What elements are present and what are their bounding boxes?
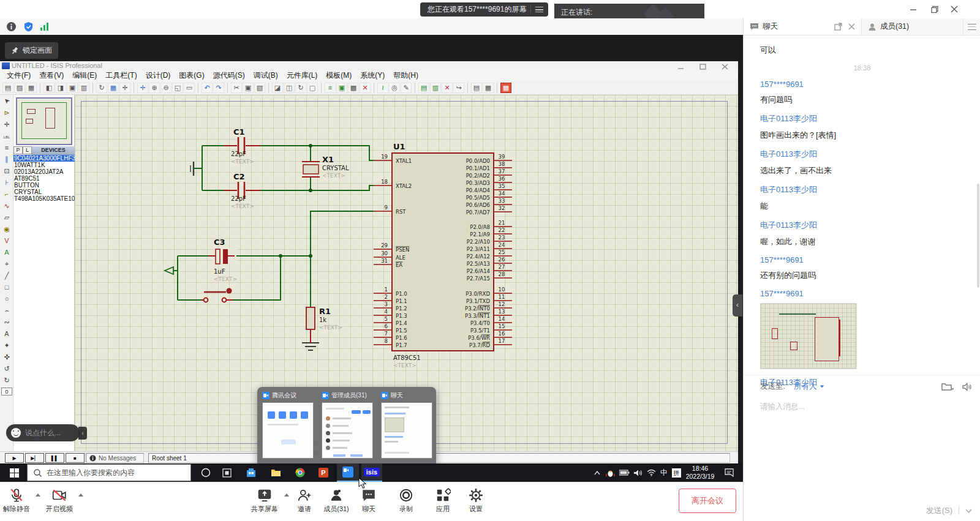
send-options-caret[interactable] [965,509,972,513]
play-button[interactable]: ▶ [5,453,24,463]
stop-button[interactable]: ■ [66,453,85,463]
taskbar-search[interactable]: 在这里输入你要搜索的内容 [27,464,191,481]
powerpoint-icon[interactable]: P [315,463,332,482]
design-explorer-icon[interactable]: ▤ [418,83,429,93]
microsoft-store-icon[interactable] [243,463,260,482]
redraw-icon[interactable]: ↻ [96,83,107,93]
start-video-button[interactable]: 开启视频 [42,487,77,514]
toggle-grid-icon[interactable]: ▦ [108,83,119,93]
generator-icon[interactable]: ◉ [1,224,13,234]
terminal-icon[interactable]: ⊦ [1,178,13,188]
menu-item[interactable]: 查看(V) [35,70,68,81]
zoom-out-icon[interactable]: ⊖ [160,83,172,93]
device-list-item[interactable]: 10WATT1K [13,162,75,168]
close-button[interactable] [950,5,959,13]
send-to-caret[interactable] [820,386,824,388]
selection-tool-icon[interactable]: ➤ [1,96,13,107]
cut-icon[interactable]: ✂ [231,83,242,93]
record-button[interactable]: 录制 [388,487,424,514]
menu-item[interactable]: 调试(B) [249,70,282,81]
print-icon[interactable]: ▣ [67,83,78,93]
menu-item[interactable]: 源代码(S) [209,70,249,81]
menu-item[interactable]: 文件(F) [2,70,35,81]
device-list-item[interactable]: T498A105K035ATE10K [13,195,75,202]
rotation-angle-field[interactable]: 0 [1,388,12,395]
chat-scrollbar[interactable] [977,184,979,288]
netlist-ares-icon[interactable]: ▦ [500,83,511,93]
share-screen-button[interactable]: 共享屏幕 [247,487,282,514]
device-list-item[interactable]: 02013A220JAT2A [13,168,75,175]
zoom-in-icon[interactable]: ⊕ [149,83,160,93]
mark-output-icon[interactable]: ▥ [78,83,89,93]
menu-item[interactable]: 帮助(H) [389,70,423,81]
tape-recorder-icon[interactable]: ▱ [1,212,13,223]
block-move-icon[interactable]: ◫ [284,83,295,93]
electrical-check-icon[interactable]: ▦ [483,83,494,93]
block-rotate-icon[interactable]: ↻ [295,83,306,93]
undo-icon[interactable]: ↶ [202,83,213,93]
preview-thumbnail[interactable] [381,402,432,459]
tab-members[interactable]: 成员(31) [862,18,963,35]
menu-item[interactable]: 编辑(E) [68,70,101,81]
security-shield-icon[interactable] [23,21,34,34]
devices-l-button[interactable]: L [23,146,32,154]
maximize-button[interactable] [930,5,939,13]
isis-titlebar[interactable]: UNTITLED - ISIS Professional [0,61,738,70]
members-button[interactable]: 成员(31) [318,487,354,514]
bus-tool-icon[interactable]: ∥ [1,154,13,165]
send-file-icon[interactable] [941,382,954,391]
devices-p-button[interactable]: P [13,146,23,154]
save-design-icon[interactable]: ▦ [26,83,37,93]
preview-thumbnail[interactable] [322,402,373,459]
message-input[interactable]: 请输入消息... [760,402,972,412]
leave-meeting-button[interactable]: 离开会议 [679,489,736,513]
graph-tool-icon[interactable]: ∿ [1,201,13,211]
step-button[interactable]: ▶▏ [25,453,44,463]
chat-button[interactable]: 聊天 [351,487,386,514]
menu-item[interactable]: 元件库(L) [282,70,322,81]
chrome-icon[interactable] [292,463,309,482]
sound-icon[interactable] [962,383,972,391]
taskbar-clock[interactable]: 18:46 2022/3/19 [682,463,718,482]
device-list-item[interactable]: 9C04021A3000FLHF3 [13,155,75,162]
open-design-icon[interactable]: ▨ [14,83,25,93]
file-explorer-icon[interactable] [267,463,284,482]
origin-icon[interactable]: ✛ [119,83,130,93]
2d-path-icon[interactable]: ∾ [1,317,13,328]
quick-reaction-bar[interactable]: 说点什么... [6,424,80,441]
marker-icon[interactable]: ✜ [1,352,13,362]
virtual-instrument-icon[interactable]: ⌖ [1,259,13,269]
preview-card-meeting[interactable]: 腾讯会议 [262,391,316,459]
settings-button[interactable]: 设置 [458,487,494,514]
tray-expand-icon[interactable] [592,463,603,482]
redo-icon[interactable]: ↷ [213,83,224,93]
device-list-item[interactable]: CRYSTAL [13,189,75,195]
qq-tray-icon[interactable] [604,463,616,482]
make-device-icon[interactable]: ▣ [336,83,347,93]
wire-autorouter-icon[interactable]: ≀ [377,83,388,93]
remove-sheet-icon[interactable]: ✕ [442,83,453,93]
emoji-icon[interactable] [11,428,21,438]
menu-item[interactable]: 工具栏(T) [101,70,141,81]
minimize-button[interactable] [909,5,918,13]
2d-box-icon[interactable]: □ [1,282,13,293]
zoom-all-icon[interactable]: ◱ [172,83,183,93]
zoom-area-icon[interactable]: ▭ [184,83,195,93]
send-button[interactable]: 发送(S) [926,505,952,516]
device-list-item[interactable]: BUTTON [13,182,75,189]
panel-menu-button[interactable] [963,18,980,35]
menu-item[interactable]: 设计(D) [141,70,175,81]
meeting-info-icon[interactable] [6,21,17,34]
subcircuit-icon[interactable]: ⊡ [1,166,13,176]
say-something-placeholder[interactable]: 说点什么... [25,428,61,438]
ime-mode-indicator[interactable]: 拼 [670,463,682,482]
pick-device-icon[interactable]: ≡ [325,83,336,93]
goto-sheet-icon[interactable]: ↪ [453,83,464,93]
chat-collapse-handle[interactable]: ‹ [733,294,742,317]
video-options-caret[interactable] [78,493,83,497]
junction-dot-icon[interactable]: ✛ [1,119,13,130]
2d-text-icon[interactable]: A [1,329,13,339]
notification-center-icon[interactable] [722,463,736,482]
start-button[interactable] [5,463,23,482]
chat-message-list[interactable]: 可以18:38157****9691有问题吗电子0113李少阳图咋画出来的？[表… [744,36,976,391]
